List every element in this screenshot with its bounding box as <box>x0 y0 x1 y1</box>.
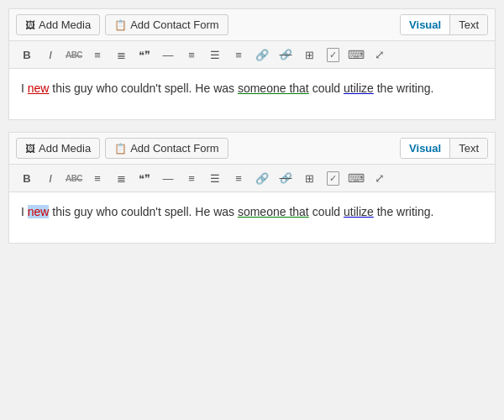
insert-button-1[interactable]: ⊞ <box>298 45 320 65</box>
word-someone-1: someone that <box>238 81 309 95</box>
align-right-button-2[interactable]: ≡ <box>228 168 249 188</box>
word-utilize-2: utilize <box>344 205 374 218</box>
align-right-button-1[interactable]: ≡ <box>228 45 249 65</box>
editor-block-2-wrapper: Add Media Add Contact Form Visual Text B… <box>8 132 496 244</box>
align-left-button-1[interactable]: ≡ <box>181 45 202 65</box>
align-center-button-1[interactable]: ☰ <box>204 45 226 65</box>
italic-button-1[interactable]: I <box>39 45 61 65</box>
blockquote-button-2[interactable]: ❝❞ <box>134 168 155 188</box>
tab-group-2: Visual Text <box>400 138 488 159</box>
spellcheck-button-2[interactable]: ✓ <box>322 168 344 188</box>
content-prefix-1: I <box>21 81 28 95</box>
bold-button-1[interactable]: B <box>16 45 38 65</box>
editor-block-2: Add Media Add Contact Form Visual Text B… <box>8 132 496 244</box>
insert-button-2[interactable]: ⊞ <box>298 168 320 188</box>
keyboard-button-2[interactable]: ⌨ <box>345 168 367 188</box>
editor-content-2[interactable]: I new this guy who couldn't spell. He wa… <box>9 192 495 243</box>
tab-group-1: Visual Text <box>400 14 488 35</box>
toolbar-top-2: Add Media Add Contact Form Visual Text <box>9 133 495 165</box>
hr-button-1[interactable]: — <box>157 45 179 65</box>
word-someone-2: someone that <box>238 205 309 218</box>
align-left-button-2[interactable]: ≡ <box>181 168 202 188</box>
fullscreen-button-1[interactable]: ⤢ <box>369 45 391 65</box>
content-end-2: the writing. <box>374 205 434 218</box>
tab-visual-2[interactable]: Visual <box>401 139 449 158</box>
bold-button-2[interactable]: B <box>16 168 38 188</box>
content-after-2: could <box>309 205 344 218</box>
content-end-1: the writing. <box>374 81 434 95</box>
ordered-list-button-1[interactable]: ≣ <box>110 45 132 65</box>
keyboard-button-1[interactable]: ⌨ <box>345 45 367 65</box>
unordered-list-button-2[interactable]: ≡ <box>87 168 108 188</box>
link-button-1[interactable]: 🔗 <box>251 45 273 65</box>
content-mid-2: this guy who couldn't spell. He was <box>49 205 237 218</box>
format-bar-1: B I ABC ≡ ≣ ❝❞ — ≡ ☰ ≡ 🔗 🔗 ⊞ ✓ ⌨ ⤢ <box>9 41 495 69</box>
format-bar-2: B I ABC ≡ ≣ ❝❞ — ≡ ☰ ≡ 🔗 🔗 ⊞ ✓ ⌨ ⤢ <box>9 165 495 192</box>
add-contact-form-button-1[interactable]: Add Contact Form <box>105 14 228 35</box>
add-media-button-1[interactable]: Add Media <box>16 14 100 35</box>
add-media-button-2[interactable]: Add Media <box>16 138 100 159</box>
editor-content-1[interactable]: I new this guy who couldn't spell. He wa… <box>9 69 495 119</box>
italic-button-2[interactable]: I <box>39 168 61 188</box>
link-button-2[interactable]: 🔗 <box>251 168 273 188</box>
unordered-list-button-1[interactable]: ≡ <box>87 45 108 65</box>
toolbar-left-1: Add Media Add Contact Form <box>16 14 228 35</box>
tab-text-1[interactable]: Text <box>449 15 487 34</box>
unlink-button-1[interactable]: 🔗 <box>275 45 297 65</box>
strikethrough-button-2[interactable]: ABC <box>63 168 85 188</box>
content-prefix-2: I <box>21 205 28 218</box>
blockquote-button-1[interactable]: ❝❞ <box>134 45 155 65</box>
word-utilize-1: utilize <box>344 81 374 95</box>
tab-visual-1[interactable]: Visual <box>401 15 449 34</box>
toolbar-top-1: Add Media Add Contact Form Visual Text <box>9 9 495 41</box>
align-center-button-2[interactable]: ☰ <box>204 168 226 188</box>
add-contact-form-button-2[interactable]: Add Contact Form <box>105 138 228 159</box>
fullscreen-button-2[interactable]: ⤢ <box>369 168 391 188</box>
editor-block-1: Add Media Add Contact Form Visual Text B… <box>8 8 496 120</box>
strikethrough-button-1[interactable]: ABC <box>63 45 85 65</box>
unlink-button-2[interactable]: 🔗 <box>275 168 297 188</box>
misspelled-word-selected-2: new <box>28 205 50 218</box>
tab-text-2[interactable]: Text <box>449 139 487 158</box>
content-after-1: could <box>309 81 344 95</box>
hr-button-2[interactable]: — <box>157 168 179 188</box>
misspelled-word-1: new <box>28 81 50 95</box>
toolbar-left-2: Add Media Add Contact Form <box>16 138 228 159</box>
ordered-list-button-2[interactable]: ≣ <box>110 168 132 188</box>
spellcheck-button-1[interactable]: ✓ <box>322 45 344 65</box>
content-mid-1: this guy who couldn't spell. He was <box>49 81 237 95</box>
